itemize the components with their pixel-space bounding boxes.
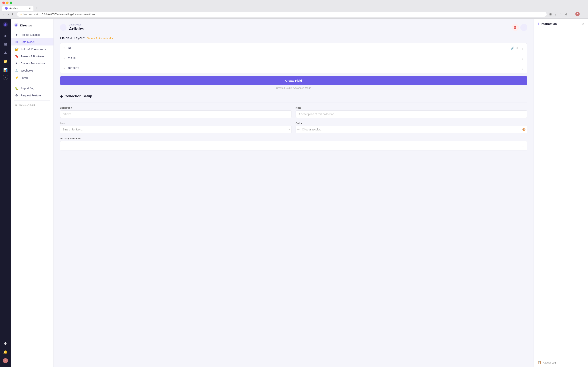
save-collection-button[interactable]: ✓: [520, 24, 527, 31]
field-name-id: id: [67, 47, 508, 50]
sidebar-item-webhooks[interactable]: ⚓ Webhooks: [11, 67, 53, 74]
address-prefix: Non sécurisé: [24, 13, 38, 16]
field-row-id: ⠿ id 🔗 ⋮: [60, 43, 527, 53]
tab-label: Articles: [9, 7, 18, 10]
screen-cast-btn[interactable]: ⊡: [548, 12, 553, 17]
sidebar-item-label: Webhooks: [21, 69, 34, 72]
field-row-title: ⠿ title ⋮: [60, 53, 527, 63]
sidebar-item-presets-bookmarks[interactable]: 🔖 Presets & Bookmar...: [11, 53, 53, 60]
close-window-btn[interactable]: [2, 1, 5, 4]
fields-layout-label: Fields & Layout: [60, 36, 84, 40]
drag-handle-icon[interactable]: ⠿: [63, 67, 65, 70]
refresh-nav-btn[interactable]: ↻: [11, 12, 16, 17]
browser-window-controls: [2, 1, 12, 4]
new-tab-btn[interactable]: +: [34, 5, 40, 11]
field-row-content: ⠿ content ⋮: [60, 63, 527, 73]
extensions-btn[interactable]: ⊛: [564, 12, 569, 17]
field-more-icon-content[interactable]: ⋮: [521, 66, 524, 70]
rail-collections-icon[interactable]: ⊞: [1, 41, 9, 48]
sidebar-divider-2: [14, 100, 50, 101]
display-template-add-icon[interactable]: ⊞: [521, 144, 524, 148]
rail-settings-icon[interactable]: ⚙: [1, 340, 9, 348]
field-actions-content: ⋮: [521, 66, 524, 70]
rail-files-icon[interactable]: 📁: [1, 58, 9, 65]
collection-setup-icon: ◈: [60, 94, 63, 98]
key-icon[interactable]: 🔗: [511, 46, 514, 50]
rail-help-icon[interactable]: ?: [3, 75, 8, 80]
right-panel-header: ℹ Information ×: [534, 19, 588, 29]
share-btn[interactable]: ↑: [554, 12, 558, 17]
create-field-advanced-link[interactable]: Create Field in Advanced Mode: [60, 86, 527, 89]
fields-layout-title: Fields & Layout Saves Automatically: [60, 36, 527, 40]
field-more-icon-id[interactable]: ⋮: [521, 46, 524, 50]
directus-logo[interactable]: [2, 21, 9, 28]
hide-icon[interactable]: [516, 46, 519, 50]
bookmark-btn[interactable]: ☆: [558, 12, 563, 17]
delete-collection-button[interactable]: 🗑: [512, 24, 519, 31]
data-model-icon: ⊞: [15, 40, 18, 44]
profile-btn[interactable]: A: [575, 12, 580, 16]
presets-icon: 🔖: [15, 54, 18, 58]
create-field-button[interactable]: Create Field: [60, 76, 527, 85]
rail-profile-icon[interactable]: A: [1, 357, 9, 365]
sidebar-item-data-model[interactable]: ⊞ Data Model: [11, 38, 53, 45]
activity-log-link[interactable]: 📋 Activity Log: [534, 358, 588, 367]
sidebar-divider: [14, 83, 50, 83]
sidebar-item-label: Presets & Bookmar...: [21, 55, 46, 58]
sidebar-toggle-btn[interactable]: ▭: [570, 12, 575, 17]
field-actions-title: ⋮: [521, 56, 524, 60]
browser-toolbar-actions: ⊡ ↑ ☆ ⊛ ▭ A ⋮: [548, 12, 586, 17]
activity-log-label: Activity Log: [543, 361, 556, 364]
sidebar-item-report-bug[interactable]: 🐛 Report Bug: [11, 84, 53, 92]
right-panel-close-button[interactable]: ×: [582, 22, 584, 26]
drag-handle-icon[interactable]: ⠿: [63, 47, 65, 50]
color-input-wrap[interactable]: ✏ 🎨: [295, 126, 527, 133]
back-nav-btn[interactable]: ‹: [2, 12, 6, 17]
icon-search-input[interactable]: [60, 126, 292, 133]
sidebar-item-roles-permissions[interactable]: 🔐 Roles & Permissions: [11, 45, 53, 53]
icon-input-wrap: ▾: [60, 126, 292, 133]
back-button[interactable]: ‹: [60, 24, 67, 31]
sidebar-item-flows[interactable]: ⚡ Flows: [11, 74, 53, 81]
feature-icon: ⚙: [15, 93, 18, 97]
maximize-window-btn[interactable]: [10, 1, 12, 4]
sidebar-item-request-feature[interactable]: ⚙ Request Feature: [11, 92, 53, 99]
sidebar-item-project-settings[interactable]: ◈ Project Settings: [11, 31, 53, 38]
minimize-window-btn[interactable]: [6, 1, 8, 4]
color-palette-icon[interactable]: 🎨: [522, 128, 526, 131]
address-bar[interactable]: ⚠ Non sécurisé | 0.0.0.0:8055/admin/sett…: [17, 12, 546, 17]
rail-users-icon[interactable]: [1, 49, 9, 57]
right-panel-title: Information: [541, 22, 580, 25]
icon-form-group: Icon ▾: [60, 122, 292, 133]
sidebar-app-title: Directus: [20, 24, 32, 27]
collection-label: Collection: [60, 106, 292, 109]
menu-btn[interactable]: ⋮: [580, 12, 586, 17]
tab-close-btn[interactable]: ✕: [29, 7, 31, 9]
color-form-group: Color ✏ 🎨: [295, 122, 527, 133]
browser-tab-articles[interactable]: Articles ✕: [2, 6, 34, 11]
display-template-group: Display Template ⊞: [60, 137, 527, 150]
auto-save-indicator: Saves Automatically: [87, 37, 113, 40]
browser-nav: ‹ › ↻: [2, 12, 16, 17]
roles-icon: 🔐: [15, 47, 18, 51]
color-input[interactable]: [301, 126, 521, 133]
field-more-icon-title[interactable]: ⋮: [521, 56, 524, 60]
rail-notifications-icon[interactable]: 🔔: [1, 348, 9, 356]
sidebar-item-label: Flows: [21, 76, 28, 79]
forward-nav-btn[interactable]: ›: [6, 12, 10, 17]
rail-content-icon[interactable]: ◈: [1, 32, 9, 40]
sidebar-item-label: Report Bug: [21, 87, 34, 90]
sidebar-item-label: Project Settings: [21, 33, 40, 36]
sidebar-item-custom-translations[interactable]: ✦ Custom Translations: [11, 60, 53, 67]
sidebar-header: Directus: [11, 22, 53, 31]
rail-insights-icon[interactable]: 📊: [1, 66, 9, 74]
drag-handle-icon[interactable]: ⠿: [63, 57, 65, 60]
note-input[interactable]: [295, 110, 527, 118]
page-title: Articles: [69, 26, 509, 32]
right-panel: ℹ Information × 📋 Activity Log: [534, 19, 588, 367]
display-template-input[interactable]: ⊞: [60, 141, 527, 150]
collection-setup-divider: [60, 102, 527, 102]
collection-input[interactable]: [60, 110, 292, 118]
collection-form-group: Collection: [60, 106, 292, 118]
bug-icon: 🐛: [15, 86, 18, 90]
